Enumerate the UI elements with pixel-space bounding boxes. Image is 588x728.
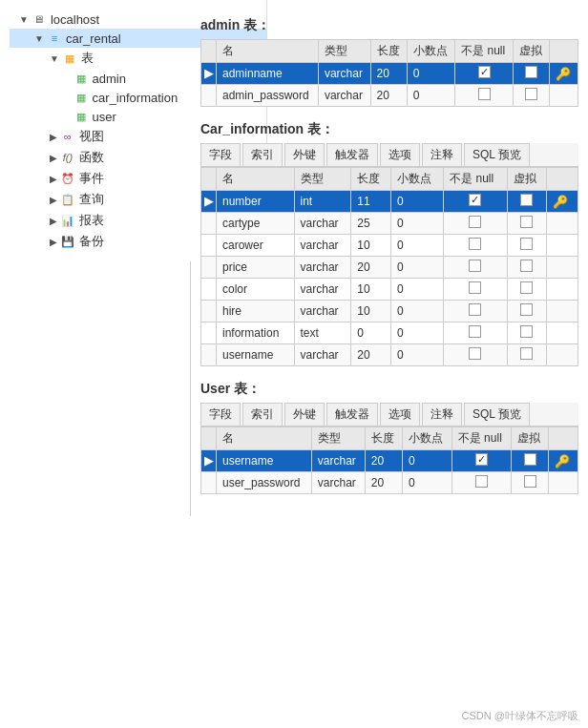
field-notnull[interactable] [444, 235, 507, 257]
user-table-header: 名 类型 长度 小数点 不是 null 虚拟 [201, 427, 578, 450]
table-row[interactable]: informationtext00 [201, 322, 578, 344]
car-info-table-header: 名 类型 长度 小数点 不是 null 虚拟 [201, 168, 578, 191]
u-col-name: 名 [217, 427, 312, 450]
field-decimal: 0 [402, 450, 452, 472]
row-arrow [201, 85, 217, 107]
field-virtual[interactable] [507, 191, 547, 213]
field-type: varchar [311, 450, 365, 472]
tab-item[interactable]: 字段 [200, 403, 241, 426]
arrow-tables: ▼ [50, 53, 59, 64]
tab-item[interactable]: 注释 [422, 403, 462, 426]
table-row[interactable]: colorvarchar100 [201, 279, 578, 301]
field-virtual[interactable] [513, 63, 549, 85]
field-notnull[interactable] [455, 85, 514, 107]
table-row[interactable]: hirevarchar100 [201, 301, 578, 322]
field-name: carower [217, 235, 295, 257]
tab-item[interactable]: SQL 预览 [464, 143, 530, 166]
field-name: user_password [217, 472, 312, 494]
field-virtual[interactable] [512, 472, 549, 494]
field-notnull[interactable] [444, 344, 507, 366]
field-virtual[interactable] [507, 301, 547, 322]
field-virtual[interactable] [507, 344, 547, 366]
arrow-car_information [65, 93, 71, 103]
admin-section-title: admin 表： [200, 17, 578, 34]
tab-item[interactable]: 索引 [242, 403, 283, 426]
table-row[interactable]: usernamevarchar200 [201, 344, 578, 366]
arrow-localhost: ▼ [19, 14, 29, 25]
field-virtual[interactable] [507, 257, 547, 279]
field-notnull[interactable] [444, 322, 507, 344]
field-key [547, 301, 578, 322]
field-length: 20 [351, 344, 391, 366]
field-notnull[interactable] [444, 279, 507, 301]
field-key [547, 279, 578, 301]
tab-item[interactable]: 注释 [422, 143, 462, 166]
tab-item[interactable]: 选项 [380, 143, 420, 166]
tree-label-car_rental: car_rental [66, 31, 121, 46]
field-length: 20 [370, 63, 407, 85]
field-type: int [294, 191, 351, 213]
u-col-type: 类型 [311, 427, 365, 450]
car_information-table-icon: ▦ [74, 90, 89, 105]
field-notnull[interactable] [444, 213, 507, 235]
table-row[interactable]: admin_passwordvarchar200 [201, 85, 578, 107]
func-icon: f() [60, 150, 75, 165]
field-length: 20 [370, 85, 407, 107]
field-virtual[interactable] [507, 322, 547, 344]
row-arrow: ▶ [201, 450, 217, 472]
key-icon: 🔑 [556, 67, 571, 81]
table-row[interactable]: cartypevarchar250 [201, 213, 578, 235]
admin-table-icon: ▦ [74, 71, 89, 86]
field-notnull[interactable] [452, 472, 511, 494]
field-type: varchar [318, 63, 370, 85]
ci-col-virtual: 虚拟 [507, 168, 547, 191]
tab-item[interactable]: 字段 [200, 143, 241, 166]
arrow-views: ▶ [50, 132, 57, 142]
table-row[interactable]: carowervarchar100 [201, 235, 578, 257]
table-folder-icon: ▦ [62, 51, 77, 66]
car-info-tabs: 字段索引外键触发器选项注释SQL 预览 [200, 143, 578, 167]
field-virtual[interactable] [513, 85, 549, 107]
tab-item[interactable]: 触发器 [326, 403, 378, 426]
key-icon: 🔑 [553, 195, 568, 209]
field-type: varchar [294, 279, 351, 301]
tab-item[interactable]: 外键 [284, 143, 325, 166]
field-name: username [217, 450, 312, 472]
field-notnull[interactable] [444, 191, 507, 213]
field-type: varchar [294, 235, 351, 257]
row-arrow [201, 213, 217, 235]
tab-item[interactable]: 索引 [242, 143, 283, 166]
table-row[interactable]: ▶usernamevarchar200🔑 [201, 450, 578, 472]
watermark: CSDN @叶绿体不忘呼吸 [462, 709, 578, 723]
field-decimal: 0 [390, 213, 443, 235]
table-row[interactable]: pricevarchar200 [201, 257, 578, 279]
table-row[interactable]: user_passwordvarchar200 [201, 472, 578, 494]
field-type: varchar [318, 85, 370, 107]
field-key [547, 322, 578, 344]
field-virtual[interactable] [512, 450, 549, 472]
tree-label-tables: 表 [81, 50, 94, 67]
tree-label-user: user [93, 110, 116, 124]
field-virtual[interactable] [507, 279, 547, 301]
field-virtual[interactable] [507, 235, 547, 257]
user-section: User 表： 字段索引外键触发器选项注释SQL 预览 名 类型 长度 小数点 … [200, 381, 578, 494]
field-virtual[interactable] [507, 213, 547, 235]
table-row[interactable]: ▶numberint110🔑 [201, 191, 578, 213]
table-row[interactable]: ▶adminnamevarchar200🔑 [201, 63, 578, 85]
tree-label-admin: admin [93, 72, 126, 86]
field-notnull[interactable] [444, 301, 507, 322]
admin-table: 名 类型 长度 小数点 不是 null 虚拟 ▶adminnamevarchar… [200, 39, 578, 107]
row-arrow [201, 257, 217, 279]
tab-item[interactable]: SQL 预览 [464, 403, 530, 426]
ci-col-notnull: 不是 null [444, 168, 507, 191]
field-name: price [217, 257, 295, 279]
db-icon: ≡ [47, 31, 62, 46]
user-table-icon: ▦ [74, 109, 89, 124]
tab-item[interactable]: 选项 [380, 403, 420, 426]
field-notnull[interactable] [455, 63, 514, 85]
tab-item[interactable]: 触发器 [326, 143, 378, 166]
field-notnull[interactable] [452, 450, 511, 472]
row-arrow [201, 279, 217, 301]
tab-item[interactable]: 外键 [284, 403, 325, 426]
field-notnull[interactable] [444, 257, 507, 279]
